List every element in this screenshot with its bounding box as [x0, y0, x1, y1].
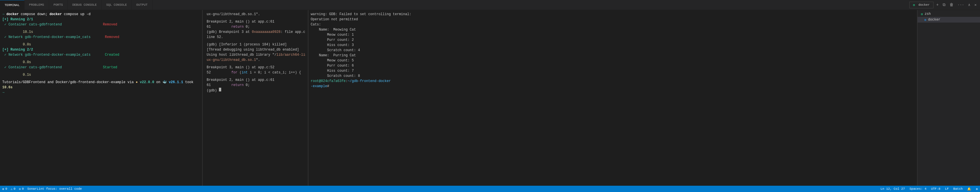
spacer: [2, 58, 200, 60]
terminal-line: (gdb) [Inferior 1 (process 184) killed]: [207, 42, 305, 47]
status-notifications[interactable]: 🔔: [967, 187, 971, 191]
terminal-line: Operation not permitted: [311, 17, 915, 22]
terminal-line: 0.0s: [2, 42, 200, 47]
status-encoding[interactable]: UTF-8: [931, 187, 940, 190]
tab-sql-console[interactable]: SQL CONSOLE: [102, 0, 132, 10]
terminal-line: ✓ Network gdb-frontend-docker-example_ca…: [2, 52, 200, 58]
prompt-dir: ~/gdb-frontend-docker: [348, 78, 391, 84]
terminal-line: 52 for ( int i = 0; i < cats_i; i++) {: [207, 70, 305, 75]
tab-output[interactable]: OUTPUT: [132, 0, 153, 10]
status-settings[interactable]: ⚙: [976, 187, 978, 191]
terminal-line: Breakpoint 3, main () at app.c:52: [207, 65, 305, 70]
timing2: 0.0s: [2, 42, 31, 47]
status-bar: ⊗ 0 ⚠ 0 ⊙ 0 SonarLint focus: overall cod…: [0, 186, 980, 192]
tab-bar-tabs: TERMINAL PROBLEMS PORTS DEBUG CONSOLE SQ…: [0, 0, 153, 10]
tab-terminal[interactable]: TERMINAL: [0, 0, 24, 10]
terminal-prompt-line2: -example #: [311, 84, 915, 89]
more-button[interactable]: ···: [956, 2, 965, 8]
close-terminal-button[interactable]: ✕: [973, 2, 978, 8]
prompt-node-icon: ●: [136, 80, 140, 85]
terminal-line: line 52.: [207, 35, 305, 40]
prompt-took: took: [183, 80, 195, 85]
spacer: [207, 17, 305, 19]
split-terminal-button[interactable]: ⧉: [942, 2, 947, 8]
prompt-node-ver: v22.0.0: [140, 80, 154, 85]
prompt-path: Tutorials/GDBFrontend and Docker/gdb-fro…: [2, 80, 136, 85]
tab-ports[interactable]: PORTS: [49, 0, 68, 10]
terminal-line: 0.1s: [2, 72, 200, 77]
keyword-return: return: [231, 24, 243, 29]
terminal-line: Scratch count: 8: [311, 74, 915, 78]
right-terminal[interactable]: warning: GDB: Failed to set controlling …: [309, 10, 917, 186]
checkmark: ✓ Container cats-gdbfrontend: [2, 22, 103, 27]
spacer: [2, 40, 200, 42]
status-bar-right: Ln 12, Col 27 Spaces: 4 UTF-8 LF Batch 🔔…: [881, 187, 978, 191]
spacer: [2, 27, 200, 29]
right-terminal-content: warning: GDB: Failed to set controlling …: [311, 12, 915, 184]
main-content: → docker compose down; docker compose up…: [0, 10, 980, 186]
tab-bar-actions: ⊞ docker + ⧉ 🗑 ··· ∧ ✕: [909, 2, 980, 8]
terminal-line: ✓ Container cats-gdbfrontend Removed: [2, 22, 200, 27]
mid-terminal[interactable]: ux-gnu/libthread_db.so.1". Breakpoint 2,…: [203, 10, 308, 186]
eol-text: LF: [945, 187, 949, 190]
terminal-line: Scratch count: 4: [311, 48, 915, 53]
tab-debug-console[interactable]: DEBUG CONSOLE: [68, 0, 102, 10]
terminal-line: 61 return 0;: [207, 24, 305, 29]
prompt-user: root@024cfa7a63fe: [311, 78, 345, 84]
status-sonarlint[interactable]: SonarLint focus: overall code: [27, 187, 82, 190]
prompt-docker-ver: v26.1.1: [169, 80, 183, 85]
status-language[interactable]: Batch: [953, 187, 963, 190]
hex-addr: 0xaaaaaaaa0928: [252, 29, 280, 35]
left-terminal-content: → docker compose down; docker compose up…: [2, 12, 200, 184]
sidebar-item-zsh[interactable]: ⊞ zsh: [918, 11, 980, 17]
command-docker2: docker: [49, 12, 62, 17]
prompt-docker-icon: 🐳: [162, 80, 169, 85]
spacer: [2, 70, 200, 72]
scroll-indicator: [203, 10, 204, 186]
keyword-int: int: [242, 70, 248, 75]
error-icon: ⊗: [2, 187, 4, 191]
shell-icon: ⊞: [921, 12, 923, 16]
encoding-text: UTF-8: [931, 187, 940, 190]
prompt-hash: #: [327, 84, 331, 89]
status-bar-left: ⊗ 0 ⚠ 0 ⊙ 0 SonarLint focus: overall cod…: [2, 187, 82, 191]
timing4: 0.1s: [2, 72, 31, 77]
terminal-line: 61 return 0;: [207, 83, 305, 88]
terminal-line: [+] Running 2/2: [2, 47, 200, 52]
trash-button[interactable]: 🗑: [948, 2, 955, 8]
checkmark4: ✓ Container cats-gdbfrontend: [2, 65, 103, 70]
info-icon: ⊙: [19, 187, 21, 191]
sidebar-item-docker[interactable]: ⊞ docker: [918, 17, 980, 22]
maximize-button[interactable]: ∧: [967, 2, 972, 8]
terminal-line: Using host libthread_db library "/ lib/a…: [207, 52, 305, 58]
terminal-prompt-line: root@024cfa7a63fe : ~/gdb-frontend-docke…: [311, 78, 915, 84]
terminal-line: Cats:: [311, 22, 915, 27]
prompt-time: 10.6s: [2, 85, 13, 90]
spacer: [207, 75, 305, 77]
status-eol[interactable]: LF: [945, 187, 949, 190]
status-cursor-pos[interactable]: Ln 12, Col 27: [881, 187, 905, 190]
notification-icon: 🔔: [967, 187, 971, 191]
terminal-line: ✓ Container cats-gdbfrontend Started: [2, 65, 200, 70]
prompt-arrow2: →: [2, 90, 6, 95]
status-warnings[interactable]: ⚠ 0: [11, 187, 15, 191]
status-spaces[interactable]: Spaces: 4: [910, 187, 926, 190]
status-info[interactable]: ⊙ 0: [19, 187, 24, 191]
status-errors[interactable]: ⊗ 0: [2, 187, 7, 191]
tab-problems[interactable]: PROBLEMS: [24, 0, 49, 10]
prompt-dir2: -example: [311, 84, 327, 89]
docker-label[interactable]: ⊞ docker: [909, 2, 933, 8]
terminal-line: Breakpoint 2, main () at app.c:61: [207, 77, 305, 83]
docker-icon: ⊞: [924, 18, 926, 22]
terminal-sidebar: ⊞ zsh ⊞ docker: [917, 10, 980, 186]
keyword-for: for: [231, 70, 237, 75]
add-terminal-button[interactable]: +: [935, 2, 940, 8]
checkmark3: ✓ Network gdb-frontend-docker-example_ca…: [2, 52, 105, 58]
status-started: Started: [103, 65, 117, 70]
terminal-line: Purr count: 2: [311, 37, 915, 43]
left-terminal[interactable]: → docker compose down; docker compose up…: [0, 10, 202, 186]
terminal-gdb-prompt: (gdb): [207, 88, 305, 93]
warning-icon: ⚠: [11, 187, 13, 191]
command-docker1: docker: [6, 12, 19, 17]
warning-count: 0: [14, 187, 16, 190]
